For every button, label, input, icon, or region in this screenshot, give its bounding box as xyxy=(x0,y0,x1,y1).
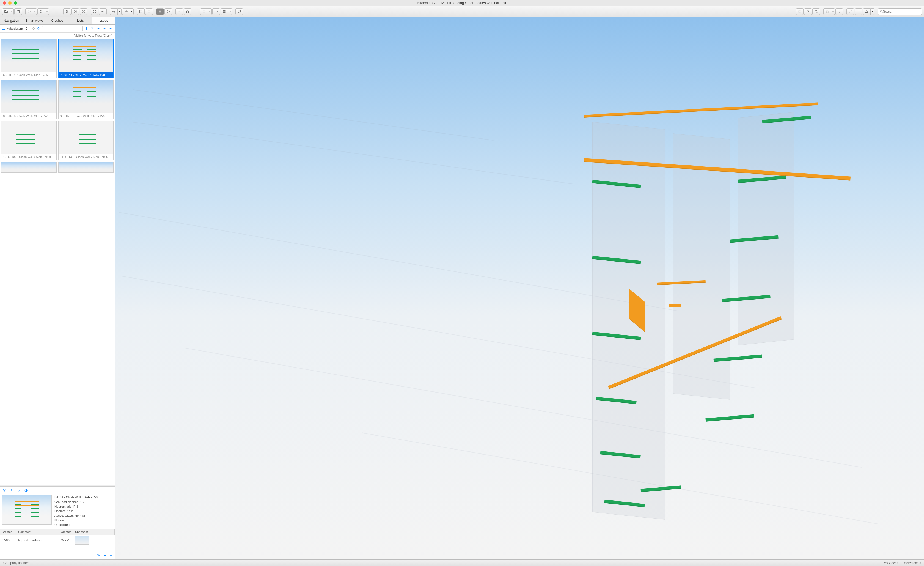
settings-button[interactable] xyxy=(99,8,107,15)
link-button[interactable] xyxy=(25,8,33,15)
zoom-select-button[interactable] xyxy=(812,8,820,15)
open-dropdown[interactable]: ▾ xyxy=(10,8,14,15)
shape-dropdown[interactable]: ▾ xyxy=(871,8,874,15)
comment-text: https://kubusbranc… xyxy=(16,537,59,543)
view-3d-button[interactable] xyxy=(156,8,164,15)
open-button[interactable] xyxy=(2,8,10,15)
selected-count: Selected: 0 xyxy=(904,561,921,565)
issue-card[interactable]: 8. STRU - Clash Wall / Slab - P-7 xyxy=(1,80,57,119)
detail-toolbar: ⚲ ℹ ⌕ ◑ xyxy=(0,487,115,493)
filter-icon[interactable]: ⚲ xyxy=(36,26,41,31)
detail-thumbnail[interactable] xyxy=(2,495,52,525)
comment-author: Gijs Ver… xyxy=(59,537,74,543)
edit-icon[interactable]: ✎ xyxy=(90,26,95,31)
clash-button[interactable] xyxy=(176,8,183,15)
3d-viewport[interactable] xyxy=(115,17,924,559)
filter-input[interactable] xyxy=(42,26,83,32)
display-mode-button[interactable] xyxy=(200,8,208,15)
search-box[interactable] xyxy=(878,8,922,15)
panel-tabs: Navigation Smart views Clashes Lists Iss… xyxy=(0,17,115,24)
undo-button[interactable] xyxy=(110,8,118,15)
col-created[interactable]: Created xyxy=(0,529,16,534)
detail-user-icon[interactable]: ⌕ xyxy=(16,488,21,492)
section-x-button[interactable] xyxy=(137,8,145,15)
col-comment[interactable]: Comment xyxy=(16,529,59,534)
tab-lists[interactable]: Lists xyxy=(69,17,92,24)
copy-view-button[interactable] xyxy=(824,8,831,15)
remove-comment-icon[interactable]: − xyxy=(110,553,112,558)
annotation-button[interactable] xyxy=(236,8,243,15)
save-button[interactable] xyxy=(14,8,22,15)
issue-card[interactable] xyxy=(1,162,57,173)
measure-button[interactable] xyxy=(846,8,854,15)
svg-point-7 xyxy=(94,11,95,12)
fit-view-button[interactable] xyxy=(63,8,71,15)
search-input[interactable] xyxy=(883,10,920,14)
add-comment-icon[interactable]: + xyxy=(104,553,106,558)
issue-label: 11. STRU - Clash Wall / Slab - sB-6 xyxy=(58,154,114,160)
detail-zoom-icon[interactable]: ⚲ xyxy=(2,488,7,492)
detail-info-icon[interactable]: ℹ xyxy=(9,488,14,492)
shape-button[interactable] xyxy=(863,8,871,15)
detail-grid: Nearest grid: P-8 xyxy=(54,504,98,509)
svg-point-20 xyxy=(880,11,882,12)
svg-rect-14 xyxy=(799,10,801,13)
menu-icon[interactable]: ≡ xyxy=(108,26,113,31)
sort-icon[interactable]: ↧ xyxy=(84,26,89,31)
tab-navigation[interactable]: Navigation xyxy=(0,17,23,24)
comment-date: 07-06-2021 xyxy=(0,537,16,543)
issue-card[interactable]: 11. STRU - Clash Wall / Slab - sB-6 xyxy=(58,121,114,160)
detail-author: Liselore Nelis xyxy=(54,509,98,513)
remove-issue-icon[interactable]: − xyxy=(102,26,107,31)
col-createdby[interactable]: Created… xyxy=(59,529,74,534)
search-icon xyxy=(880,10,883,13)
redo-dropdown[interactable]: ▾ xyxy=(130,8,134,15)
link-dropdown[interactable]: ▾ xyxy=(33,8,37,15)
copy-view-dropdown[interactable]: ▾ xyxy=(831,8,835,15)
view-cube-button[interactable] xyxy=(165,8,172,15)
comment-row[interactable]: 07-06-2021 https://kubusbranc… Gijs Ver… xyxy=(0,535,115,545)
issue-grid[interactable]: 6. STRU - Clash Wall / Slab - C-5 xyxy=(0,38,115,485)
issue-label: 9. STRU - Clash Wall / Slab - P-6 xyxy=(58,113,114,119)
close-window-icon[interactable] xyxy=(3,2,6,5)
select-tool-button[interactable] xyxy=(796,8,804,15)
maximize-window-icon[interactable] xyxy=(14,2,17,5)
sync-button[interactable] xyxy=(38,8,45,15)
detail-approval: Undecided xyxy=(54,522,98,527)
bookmark-button[interactable] xyxy=(836,8,843,15)
add-issue-icon[interactable]: + xyxy=(96,26,101,31)
detail-visibility-icon[interactable]: ◑ xyxy=(24,488,28,492)
edit-comment-icon[interactable]: ✎ xyxy=(97,553,100,558)
comment-actions: ✎ + − xyxy=(0,551,115,559)
issue-card[interactable]: 6. STRU - Clash Wall / Slab - C-5 xyxy=(1,39,57,78)
col-snapshot[interactable]: Snapshot xyxy=(74,529,115,534)
zoom-window-button[interactable] xyxy=(804,8,812,15)
issue-card[interactable]: 10. STRU - Clash Wall / Slab - sB-8 xyxy=(1,121,57,160)
tab-smart-views[interactable]: Smart views xyxy=(23,17,46,24)
issue-thumbnail xyxy=(2,39,56,72)
project-name[interactable]: kubusbranch01 - Introducing Smart Is… xyxy=(7,27,31,30)
sync-dropdown[interactable]: ▾ xyxy=(45,8,49,15)
undo-dropdown[interactable]: ▾ xyxy=(118,8,122,15)
svg-point-12 xyxy=(215,11,218,12)
light-button[interactable] xyxy=(91,8,99,15)
tag-button[interactable] xyxy=(855,8,862,15)
zoom-out-button[interactable] xyxy=(80,8,87,15)
issue-thumbnail xyxy=(58,121,114,154)
tree-toggle-icon[interactable]: ⌬ xyxy=(32,27,35,30)
redo-button[interactable] xyxy=(122,8,130,15)
minimize-window-icon[interactable] xyxy=(8,2,12,5)
levels-button[interactable] xyxy=(220,8,228,15)
issue-card[interactable]: 7. STRU - Clash Wall / Slab - P-8 xyxy=(58,39,114,78)
tab-clashes[interactable]: Clashes xyxy=(46,17,69,24)
zoom-in-button[interactable] xyxy=(72,8,79,15)
levels-dropdown[interactable]: ▾ xyxy=(228,8,232,15)
ellipse-button[interactable] xyxy=(212,8,220,15)
issue-card[interactable]: 9. STRU - Clash Wall / Slab - P-6 xyxy=(58,80,114,119)
section-y-button[interactable] xyxy=(145,8,153,15)
tab-issues[interactable]: Issues xyxy=(92,17,115,24)
svg-point-16 xyxy=(815,10,817,12)
display-mode-dropdown[interactable]: ▾ xyxy=(208,8,212,15)
issue-card[interactable] xyxy=(58,162,114,173)
tree-button[interactable] xyxy=(184,8,191,15)
